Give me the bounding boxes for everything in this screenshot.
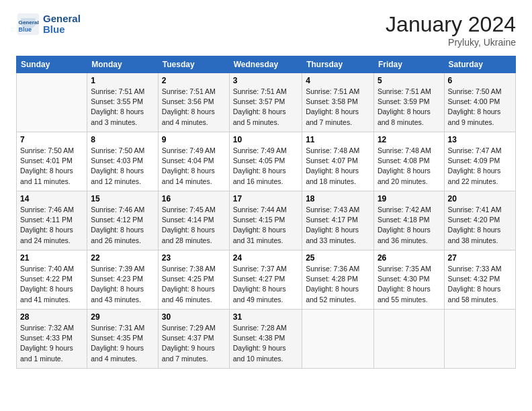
day-info: Sunrise: 7:49 AM Sunset: 4:05 PM Dayligh… [233, 146, 298, 187]
calendar-cell: 10Sunrise: 7:49 AM Sunset: 4:05 PM Dayli… [229, 132, 302, 191]
day-info: Sunrise: 7:38 AM Sunset: 4:25 PM Dayligh… [162, 264, 226, 305]
calendar-cell: 14Sunrise: 7:46 AM Sunset: 4:11 PM Dayli… [17, 191, 87, 250]
day-info: Sunrise: 7:49 AM Sunset: 4:04 PM Dayligh… [162, 146, 226, 187]
day-info: Sunrise: 7:51 AM Sunset: 3:56 PM Dayligh… [162, 87, 226, 128]
calendar-day-header: Friday [373, 56, 444, 73]
calendar-cell [373, 310, 444, 369]
calendar-table: SundayMondayTuesdayWednesdayThursdayFrid… [16, 56, 516, 369]
day-number: 15 [91, 194, 154, 203]
day-info: Sunrise: 7:50 AM Sunset: 4:03 PM Dayligh… [91, 146, 154, 187]
calendar-cell: 4Sunrise: 7:51 AM Sunset: 3:58 PM Daylig… [302, 73, 374, 132]
calendar-cell: 20Sunrise: 7:41 AM Sunset: 4:20 PM Dayli… [444, 191, 515, 250]
day-info: Sunrise: 7:44 AM Sunset: 4:15 PM Dayligh… [233, 205, 298, 246]
calendar-cell: 21Sunrise: 7:40 AM Sunset: 4:22 PM Dayli… [17, 250, 87, 310]
day-number: 17 [233, 194, 298, 203]
day-number: 16 [162, 194, 226, 203]
calendar-cell: 27Sunrise: 7:33 AM Sunset: 4:32 PM Dayli… [444, 250, 515, 310]
day-number: 29 [91, 312, 154, 322]
day-info: Sunrise: 7:29 AM Sunset: 4:37 PM Dayligh… [162, 323, 226, 364]
calendar-cell: 12Sunrise: 7:48 AM Sunset: 4:08 PM Dayli… [373, 132, 444, 191]
day-number: 28 [20, 312, 83, 322]
day-info: Sunrise: 7:36 AM Sunset: 4:28 PM Dayligh… [306, 264, 370, 305]
calendar-cell: 9Sunrise: 7:49 AM Sunset: 4:04 PM Daylig… [158, 132, 229, 191]
calendar-week-row: 7Sunrise: 7:50 AM Sunset: 4:01 PM Daylig… [17, 132, 516, 191]
day-number: 10 [233, 135, 298, 144]
calendar-day-header: Sunday [17, 56, 87, 73]
calendar-cell: 13Sunrise: 7:47 AM Sunset: 4:09 PM Dayli… [444, 132, 515, 191]
calendar-day-header: Saturday [444, 56, 515, 73]
day-info: Sunrise: 7:51 AM Sunset: 3:59 PM Dayligh… [378, 87, 441, 128]
calendar-day-header: Monday [87, 56, 159, 73]
day-info: Sunrise: 7:33 AM Sunset: 4:32 PM Dayligh… [448, 264, 512, 305]
day-number: 19 [378, 194, 441, 203]
day-info: Sunrise: 7:48 AM Sunset: 4:08 PM Dayligh… [378, 146, 441, 187]
calendar-cell: 24Sunrise: 7:37 AM Sunset: 4:27 PM Dayli… [229, 250, 302, 310]
day-number: 5 [378, 76, 441, 85]
day-info: Sunrise: 7:39 AM Sunset: 4:23 PM Dayligh… [91, 264, 154, 305]
logo-line2: Blue [43, 24, 81, 36]
day-number: 1 [91, 76, 154, 85]
logo: General Blue General Blue [16, 12, 81, 36]
day-number: 21 [20, 253, 83, 263]
day-info: Sunrise: 7:37 AM Sunset: 4:27 PM Dayligh… [233, 264, 298, 305]
day-info: Sunrise: 7:50 AM Sunset: 4:01 PM Dayligh… [20, 146, 83, 187]
day-number: 27 [448, 253, 512, 263]
calendar-day-header: Tuesday [158, 56, 229, 73]
day-number: 26 [378, 253, 441, 263]
day-info: Sunrise: 7:51 AM Sunset: 3:58 PM Dayligh… [306, 87, 370, 128]
calendar-cell [17, 73, 87, 132]
day-info: Sunrise: 7:51 AM Sunset: 3:55 PM Dayligh… [91, 87, 154, 128]
day-number: 13 [448, 135, 512, 144]
day-number: 12 [378, 135, 441, 144]
day-number: 6 [448, 76, 512, 85]
calendar-cell: 17Sunrise: 7:44 AM Sunset: 4:15 PM Dayli… [229, 191, 302, 250]
calendar-cell: 22Sunrise: 7:39 AM Sunset: 4:23 PM Dayli… [87, 250, 159, 310]
day-number: 30 [162, 312, 226, 322]
day-number: 7 [20, 135, 83, 144]
day-info: Sunrise: 7:47 AM Sunset: 4:09 PM Dayligh… [448, 146, 512, 187]
calendar-cell: 18Sunrise: 7:43 AM Sunset: 4:17 PM Dayli… [302, 191, 374, 250]
logo-line1: General [43, 13, 81, 25]
calendar-day-header: Wednesday [229, 56, 302, 73]
calendar-cell: 31Sunrise: 7:28 AM Sunset: 4:38 PM Dayli… [229, 310, 302, 369]
calendar-cell: 15Sunrise: 7:46 AM Sunset: 4:12 PM Dayli… [87, 191, 159, 250]
day-number: 3 [233, 76, 298, 85]
calendar-cell: 28Sunrise: 7:32 AM Sunset: 4:33 PM Dayli… [17, 310, 87, 369]
calendar-week-row: 1Sunrise: 7:51 AM Sunset: 3:55 PM Daylig… [17, 73, 516, 132]
day-number: 18 [306, 194, 370, 203]
day-info: Sunrise: 7:51 AM Sunset: 3:57 PM Dayligh… [233, 87, 298, 128]
calendar-cell: 3Sunrise: 7:51 AM Sunset: 3:57 PM Daylig… [229, 73, 302, 132]
calendar-cell: 2Sunrise: 7:51 AM Sunset: 3:56 PM Daylig… [158, 73, 229, 132]
calendar-day-header: Thursday [302, 56, 374, 73]
calendar-cell: 23Sunrise: 7:38 AM Sunset: 4:25 PM Dayli… [158, 250, 229, 310]
day-info: Sunrise: 7:40 AM Sunset: 4:22 PM Dayligh… [20, 264, 83, 305]
calendar-week-row: 21Sunrise: 7:40 AM Sunset: 4:22 PM Dayli… [17, 250, 516, 310]
day-info: Sunrise: 7:45 AM Sunset: 4:14 PM Dayligh… [162, 205, 226, 246]
calendar-cell: 19Sunrise: 7:42 AM Sunset: 4:18 PM Dayli… [373, 191, 444, 250]
calendar-cell: 8Sunrise: 7:50 AM Sunset: 4:03 PM Daylig… [87, 132, 159, 191]
day-number: 20 [448, 194, 512, 203]
svg-text:General: General [19, 19, 39, 26]
calendar-body: 1Sunrise: 7:51 AM Sunset: 3:55 PM Daylig… [17, 73, 516, 369]
calendar-cell: 5Sunrise: 7:51 AM Sunset: 3:59 PM Daylig… [373, 73, 444, 132]
calendar-cell: 25Sunrise: 7:36 AM Sunset: 4:28 PM Dayli… [302, 250, 374, 310]
month-title: January 2024 [386, 12, 516, 37]
day-info: Sunrise: 7:35 AM Sunset: 4:30 PM Dayligh… [378, 264, 441, 305]
day-info: Sunrise: 7:32 AM Sunset: 4:33 PM Dayligh… [20, 323, 83, 364]
logo-icon: General Blue [16, 12, 40, 36]
day-number: 24 [233, 253, 298, 263]
calendar-cell [444, 310, 515, 369]
day-number: 2 [162, 76, 226, 85]
day-number: 22 [91, 253, 154, 263]
calendar-cell: 16Sunrise: 7:45 AM Sunset: 4:14 PM Dayli… [158, 191, 229, 250]
calendar-cell: 29Sunrise: 7:31 AM Sunset: 4:35 PM Dayli… [87, 310, 159, 369]
day-info: Sunrise: 7:50 AM Sunset: 4:00 PM Dayligh… [448, 87, 512, 128]
day-info: Sunrise: 7:31 AM Sunset: 4:35 PM Dayligh… [91, 323, 154, 364]
header: General Blue General Blue January 2024 P… [16, 12, 516, 48]
calendar-header-row: SundayMondayTuesdayWednesdayThursdayFrid… [17, 56, 516, 73]
day-info: Sunrise: 7:41 AM Sunset: 4:20 PM Dayligh… [448, 205, 512, 246]
day-info: Sunrise: 7:43 AM Sunset: 4:17 PM Dayligh… [306, 205, 370, 246]
calendar-cell: 26Sunrise: 7:35 AM Sunset: 4:30 PM Dayli… [373, 250, 444, 310]
day-number: 14 [20, 194, 83, 203]
day-info: Sunrise: 7:42 AM Sunset: 4:18 PM Dayligh… [378, 205, 441, 246]
